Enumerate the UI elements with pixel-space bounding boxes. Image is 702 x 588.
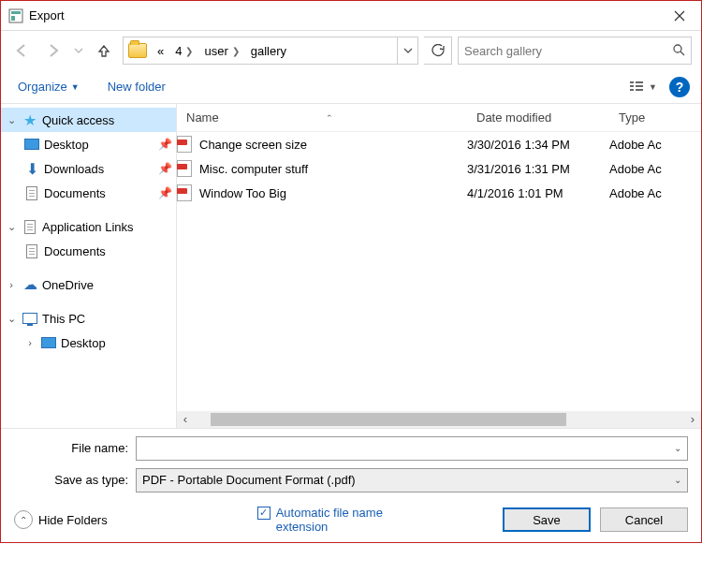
column-headers: Name ⌃ Date modified Type bbox=[177, 104, 701, 132]
help-button[interactable]: ? bbox=[669, 77, 690, 97]
document-icon bbox=[22, 218, 38, 235]
up-button[interactable] bbox=[91, 37, 117, 64]
save-type-label: Save as type: bbox=[14, 473, 136, 487]
titlebar: Export bbox=[1, 1, 701, 31]
file-date: 3/30/2016 1:34 PM bbox=[467, 138, 609, 152]
file-date: 4/1/2016 1:01 PM bbox=[467, 186, 609, 200]
chevron-down-icon: ▼ bbox=[649, 82, 657, 92]
bottom-panel: File name: ⌄ Save as type: PDF - Portabl… bbox=[1, 429, 701, 542]
chevron-down-icon[interactable]: ⌄ bbox=[674, 443, 681, 453]
chevron-down-icon: ⌄ bbox=[674, 475, 681, 485]
svg-rect-10 bbox=[636, 89, 643, 91]
collapse-icon[interactable]: ⌄ bbox=[5, 114, 18, 126]
save-type-combo[interactable]: PDF - Portable Document Format (.pdf) ⌄ bbox=[136, 468, 688, 492]
tree-pc-desktop[interactable]: › Desktop bbox=[1, 331, 176, 355]
file-row[interactable]: Window Too Big4/1/2016 1:01 PMAdobe Ac bbox=[177, 181, 701, 205]
folder-icon bbox=[127, 41, 148, 60]
crumb-4[interactable]: 4❯ bbox=[169, 42, 198, 60]
tree-quick-access[interactable]: ⌄ ★ Quick access bbox=[1, 108, 176, 132]
tree-application-links[interactable]: ⌄ Application Links bbox=[1, 214, 176, 239]
file-type: Adobe Ac bbox=[609, 138, 701, 152]
file-row[interactable]: Misc. computer stuff3/31/2016 1:31 PMAdo… bbox=[177, 156, 701, 181]
file-list: Name ⌃ Date modified Type Change screen … bbox=[177, 104, 701, 428]
organize-menu[interactable]: Organize▼ bbox=[12, 76, 85, 97]
window-title: Export bbox=[29, 8, 658, 22]
recent-dropdown[interactable] bbox=[72, 37, 85, 64]
expand-icon[interactable]: › bbox=[5, 279, 18, 290]
col-date[interactable]: Date modified bbox=[467, 110, 609, 125]
pin-icon: 📌 bbox=[158, 186, 172, 199]
forward-button[interactable] bbox=[40, 37, 66, 64]
filename-input[interactable]: ⌄ bbox=[136, 436, 688, 461]
collapse-icon[interactable]: ⌄ bbox=[5, 313, 18, 325]
crumb-overflow[interactable]: « bbox=[152, 42, 169, 60]
close-button[interactable] bbox=[658, 2, 701, 30]
expand-icon[interactable]: › bbox=[23, 337, 37, 348]
scroll-left-icon[interactable]: ‹ bbox=[177, 412, 194, 426]
svg-rect-8 bbox=[636, 81, 643, 83]
svg-rect-6 bbox=[630, 85, 634, 87]
search-icon bbox=[672, 43, 685, 59]
back-button[interactable] bbox=[8, 37, 35, 64]
refresh-button[interactable] bbox=[424, 37, 452, 65]
file-name: Change screen size bbox=[199, 138, 307, 152]
cancel-button[interactable]: Cancel bbox=[600, 507, 688, 532]
file-type: Adobe Ac bbox=[609, 162, 701, 176]
svg-line-4 bbox=[680, 51, 684, 55]
nav-row: « 4❯ user❯ gallery Search gallery bbox=[1, 31, 701, 70]
tree-onedrive[interactable]: › ☁ OneDrive bbox=[1, 272, 176, 297]
tree-documents[interactable]: Documents 📌 bbox=[1, 181, 176, 205]
crumb-gallery[interactable]: gallery bbox=[245, 42, 292, 60]
star-icon: ★ bbox=[22, 111, 38, 128]
hide-folders-button[interactable]: ⌃ Hide Folders bbox=[14, 510, 108, 529]
search-input[interactable]: Search gallery bbox=[458, 37, 692, 65]
tree-app-documents[interactable]: Documents bbox=[1, 239, 176, 263]
sort-indicator-icon: ⌃ bbox=[326, 113, 333, 123]
checkbox-checked-icon: ✓ bbox=[257, 507, 271, 520]
horizontal-scrollbar[interactable]: ‹ › bbox=[177, 411, 701, 428]
desktop-icon bbox=[40, 334, 57, 351]
pc-icon bbox=[22, 310, 38, 327]
app-icon bbox=[8, 8, 23, 23]
file-name: Window Too Big bbox=[199, 186, 286, 200]
toolbar: Organize▼ New folder ▼ ? bbox=[1, 70, 701, 104]
crumb-user[interactable]: user❯ bbox=[198, 42, 244, 60]
file-type: Adobe Ac bbox=[609, 186, 701, 200]
svg-rect-5 bbox=[630, 81, 634, 83]
document-icon bbox=[23, 184, 40, 201]
address-dropdown[interactable] bbox=[397, 37, 417, 64]
search-placeholder: Search gallery bbox=[464, 44, 542, 58]
file-row[interactable]: Change screen size3/30/2016 1:34 PMAdobe… bbox=[177, 132, 701, 156]
scroll-right-icon[interactable]: › bbox=[684, 412, 701, 426]
filename-label: File name: bbox=[14, 441, 136, 455]
save-button[interactable]: Save bbox=[503, 507, 591, 532]
document-icon bbox=[23, 243, 40, 259]
pdf-icon bbox=[177, 184, 194, 201]
new-folder-button[interactable]: New folder bbox=[102, 76, 171, 97]
chevron-right-icon: ❯ bbox=[185, 46, 193, 56]
col-type[interactable]: Type bbox=[609, 110, 701, 125]
chevron-right-icon: ❯ bbox=[232, 46, 240, 56]
svg-rect-9 bbox=[636, 85, 643, 87]
download-icon: ⬇ bbox=[23, 160, 40, 177]
pin-icon: 📌 bbox=[158, 162, 172, 175]
view-options[interactable]: ▼ bbox=[625, 76, 660, 98]
auto-extension-checkbox[interactable]: ✓ Automatic file name extension bbox=[257, 506, 417, 535]
col-name[interactable]: Name ⌃ bbox=[177, 110, 467, 125]
pin-icon: 📌 bbox=[158, 138, 172, 151]
collapse-icon[interactable]: ⌄ bbox=[5, 221, 18, 233]
chevron-up-icon: ⌃ bbox=[14, 510, 33, 529]
view-icon bbox=[628, 79, 645, 96]
svg-rect-1 bbox=[11, 11, 21, 14]
svg-point-3 bbox=[674, 45, 681, 52]
tree-downloads[interactable]: ⬇ Downloads 📌 bbox=[1, 156, 176, 181]
nav-tree: ⌄ ★ Quick access Desktop 📌 ⬇ Downloads 📌… bbox=[1, 104, 177, 428]
svg-rect-7 bbox=[630, 89, 634, 91]
tree-this-pc[interactable]: ⌄ This PC bbox=[1, 306, 176, 331]
file-name: Misc. computer stuff bbox=[199, 162, 308, 176]
chevron-down-icon: ▼ bbox=[71, 82, 80, 92]
tree-desktop[interactable]: Desktop 📌 bbox=[1, 132, 176, 156]
cloud-icon: ☁ bbox=[22, 276, 38, 293]
scroll-thumb[interactable] bbox=[211, 413, 566, 426]
address-bar[interactable]: « 4❯ user❯ gallery bbox=[123, 37, 418, 65]
